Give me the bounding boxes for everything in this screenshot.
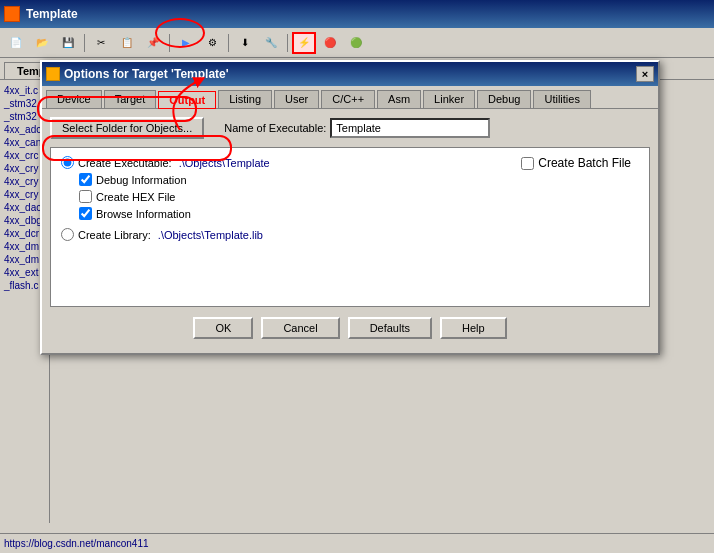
toolbar-download-btn[interactable]: ⬇ <box>233 32 257 54</box>
create-hex-row: Create HEX File <box>79 190 639 203</box>
dialog-close-button[interactable]: × <box>636 66 654 82</box>
debug-info-checkbox[interactable] <box>79 173 92 186</box>
create-batch-checkbox[interactable] <box>521 157 534 170</box>
toolbar-new-btn[interactable]: 📄 <box>4 32 28 54</box>
dialog-tabs: Device Target Output Listing User C/C++ … <box>42 86 658 109</box>
create-lib-row: Create Library: .\Objects\Template.lib <box>61 228 639 241</box>
tab-output[interactable]: Output <box>158 91 216 109</box>
browse-info-row: Browse Information <box>79 207 639 220</box>
create-batch-area: Create Batch File <box>521 156 631 170</box>
exe-name-label: Name of Executable: <box>224 122 326 134</box>
create-exe-radio[interactable] <box>61 156 74 169</box>
toolbar-sep-2 <box>169 34 170 52</box>
cancel-button[interactable]: Cancel <box>261 317 339 339</box>
toolbar-copy-btn[interactable]: 📋 <box>115 32 139 54</box>
create-batch-label: Create Batch File <box>538 156 631 170</box>
browse-info-label: Browse Information <box>96 208 191 220</box>
tab-device[interactable]: Device <box>46 90 102 108</box>
ide-toolbar: 📄 📂 💾 ✂ 📋 📌 ▶ ⚙ ⬇ 🔧 ⚡ 🔴 🟢 <box>0 28 714 58</box>
tab-debug[interactable]: Debug <box>477 90 531 108</box>
options-inner: Create Batch File Create Executable: .\O… <box>61 156 639 241</box>
create-hex-checkbox[interactable] <box>79 190 92 203</box>
ide-statusbar: https://blog.csdn.net/mancon411 <box>0 533 714 553</box>
toolbar-extra-btn[interactable]: 🔴 <box>318 32 342 54</box>
statusbar-url: https://blog.csdn.net/mancon411 <box>4 538 149 549</box>
defaults-button[interactable]: Defaults <box>348 317 432 339</box>
dialog-titlebar: Options for Target 'Template' × <box>42 62 658 86</box>
select-folder-button[interactable]: Select Folder for Objects... <box>50 117 204 139</box>
options-box: Create Batch File Create Executable: .\O… <box>50 147 650 307</box>
dialog-content: Select Folder for Objects... Name of Exe… <box>42 109 658 353</box>
toolbar-sep-1 <box>84 34 85 52</box>
toolbar-sep-4 <box>287 34 288 52</box>
exe-name-input[interactable] <box>330 118 490 138</box>
toolbar-build-btn[interactable]: ▶ <box>174 32 198 54</box>
toolbar-cut-btn[interactable]: ✂ <box>89 32 113 54</box>
toolbar-paste-btn[interactable]: 📌 <box>141 32 165 54</box>
create-exe-path: .\Objects\Template <box>179 157 270 169</box>
debug-info-label: Debug Information <box>96 174 187 186</box>
tab-cpp[interactable]: C/C++ <box>321 90 375 108</box>
tab-target[interactable]: Target <box>104 90 157 108</box>
toolbar-settings-btn[interactable]: 🔧 <box>259 32 283 54</box>
ide-title: Template <box>26 7 78 21</box>
toolbar-sep-3 <box>228 34 229 52</box>
dialog-icon <box>46 67 60 81</box>
options-dialog: Options for Target 'Template' × Device T… <box>40 60 660 355</box>
help-button[interactable]: Help <box>440 317 507 339</box>
ide-icon <box>4 6 20 22</box>
create-exe-label: Create Executable: .\Objects\Template <box>78 157 270 169</box>
create-lib-radio[interactable] <box>61 228 74 241</box>
dialog-top-row: Select Folder for Objects... Name of Exe… <box>50 117 650 139</box>
tab-asm[interactable]: Asm <box>377 90 421 108</box>
toolbar-rebuild-btn[interactable]: ⚙ <box>200 32 224 54</box>
create-lib-label: Create Library: .\Objects\Template.lib <box>78 229 263 241</box>
ok-button[interactable]: OK <box>193 317 253 339</box>
exe-name-area: Name of Executable: <box>224 118 490 138</box>
dialog-title: Options for Target 'Template' <box>64 67 229 81</box>
ide-titlebar: Template <box>0 0 714 28</box>
browse-info-checkbox[interactable] <box>79 207 92 220</box>
toolbar-extra2-btn[interactable]: 🟢 <box>344 32 368 54</box>
toolbar-open-btn[interactable]: 📂 <box>30 32 54 54</box>
debug-info-row: Debug Information <box>79 173 639 186</box>
toolbar-save-btn[interactable]: 💾 <box>56 32 80 54</box>
tab-listing[interactable]: Listing <box>218 90 272 108</box>
tab-user[interactable]: User <box>274 90 319 108</box>
toolbar-target-options-btn[interactable]: ⚡ <box>292 32 316 54</box>
dialog-buttons: OK Cancel Defaults Help <box>50 317 650 345</box>
tab-linker[interactable]: Linker <box>423 90 475 108</box>
dialog-titlebar-left: Options for Target 'Template' <box>46 67 229 81</box>
create-lib-path: .\Objects\Template.lib <box>158 229 263 241</box>
create-hex-label: Create HEX File <box>96 191 175 203</box>
tab-utilities[interactable]: Utilities <box>533 90 590 108</box>
